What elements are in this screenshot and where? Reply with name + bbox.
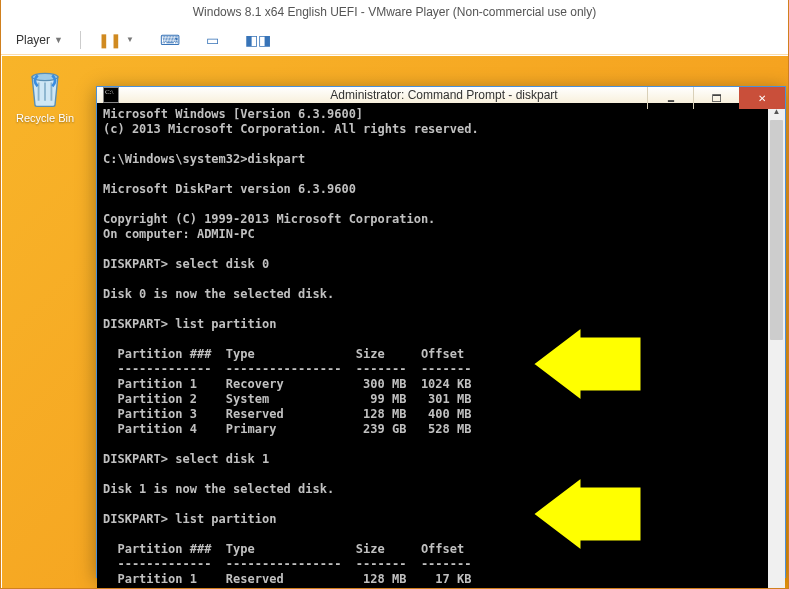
chevron-down-icon: ▼ [126, 35, 134, 44]
unity-button[interactable]: ▭ [197, 28, 228, 52]
command-prompt-window: Administrator: Command Prompt - diskpart… [96, 86, 786, 578]
cmd-icon [103, 87, 119, 103]
recycle-bin-label: Recycle Bin [16, 112, 74, 124]
cmd-titlebar[interactable]: Administrator: Command Prompt - diskpart… [97, 87, 785, 103]
send-ctrl-alt-del-button[interactable]: ⌨ [151, 28, 189, 52]
separator [80, 31, 81, 49]
player-label: Player [16, 33, 50, 47]
scrollbar[interactable]: ▲ ▼ [768, 103, 785, 588]
pause-button[interactable]: ❚❚▼ [89, 28, 143, 52]
scroll-thumb[interactable] [770, 120, 783, 340]
cmd-output[interactable]: Microsoft Windows [Version 6.3.9600] (c)… [97, 103, 768, 588]
fullscreen-button[interactable]: ◧◨ [236, 28, 280, 52]
chevron-down-icon: ▼ [54, 35, 63, 45]
guest-desktop[interactable]: Recycle Bin Administrator: Command Promp… [2, 56, 788, 588]
keyboard-icon: ⌨ [160, 32, 180, 48]
vmware-toolbar: Player ▼ ❚❚▼ ⌨ ▭ ◧◨ [1, 25, 788, 55]
squares-icon: ◧◨ [245, 32, 271, 48]
recycle-bin[interactable]: Recycle Bin [10, 66, 80, 124]
player-menu[interactable]: Player ▼ [7, 28, 72, 52]
pause-icon: ❚❚ [98, 32, 122, 48]
rect-icon: ▭ [206, 32, 219, 48]
vmware-title: Windows 8.1 x64 English UEFI - VMware Pl… [1, 0, 788, 25]
scroll-track[interactable] [768, 120, 785, 588]
recycle-bin-icon [23, 66, 67, 110]
